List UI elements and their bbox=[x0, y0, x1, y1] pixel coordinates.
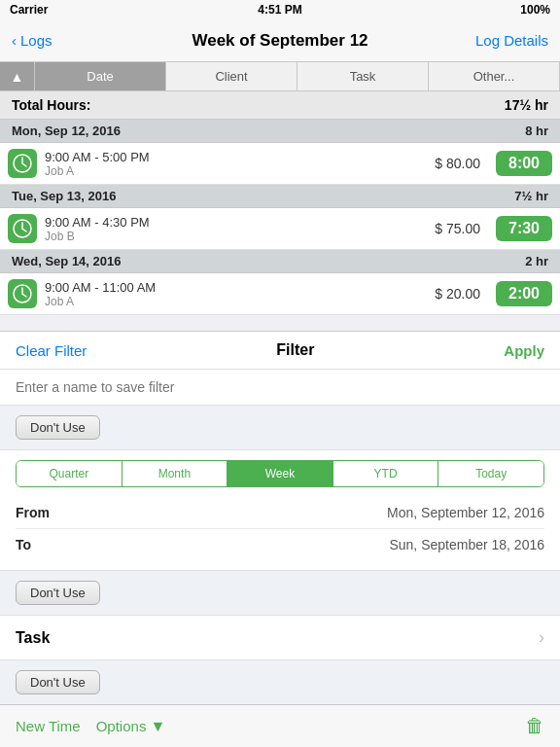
tab-date[interactable]: Date bbox=[35, 62, 166, 90]
total-hours-row: Total Hours: 17½ hr bbox=[0, 91, 560, 120]
day-header: Tue, Sep 13, 20167½ hr bbox=[0, 185, 560, 208]
log-duration: 2:00 bbox=[496, 281, 552, 306]
from-label: From bbox=[16, 505, 50, 520]
to-date-row: To Sun, September 18, 2016 bbox=[16, 529, 544, 560]
new-time-button[interactable]: New Time bbox=[16, 718, 81, 734]
log-details-button[interactable]: Log Details bbox=[475, 32, 548, 49]
filter-panel: Clear Filter Filter Apply Don't Use Quar… bbox=[0, 331, 560, 743]
filter-header: Clear Filter Filter Apply bbox=[0, 332, 560, 370]
back-label: Logs bbox=[20, 32, 52, 49]
log-row[interactable]: 9:00 AM - 5:00 PM Job A $ 80.00 8:00 bbox=[0, 143, 560, 185]
status-bar: Carrier 4:51 PM 100% bbox=[0, 0, 560, 19]
options-button[interactable]: Options bbox=[96, 718, 147, 734]
trash-icon[interactable]: 🗑 bbox=[525, 715, 544, 737]
nav-title: Week of September 12 bbox=[192, 31, 368, 51]
dont-use-3-button[interactable]: Don't Use bbox=[16, 670, 100, 694]
period-button-week[interactable]: Week bbox=[228, 461, 333, 486]
tab-task[interactable]: Task bbox=[298, 62, 429, 90]
task-chevron-icon: › bbox=[539, 627, 544, 648]
log-list: Mon, Sep 12, 20168 hr 9:00 AM - 5:00 PM … bbox=[0, 120, 560, 315]
log-time: 9:00 AM - 4:30 PM bbox=[45, 215, 427, 230]
total-hours-value: 17½ hr bbox=[505, 97, 548, 113]
tab-client[interactable]: Client bbox=[166, 62, 298, 90]
log-job: Job A bbox=[45, 164, 427, 178]
period-button-today[interactable]: Today bbox=[438, 461, 543, 486]
log-clock-icon bbox=[8, 279, 37, 308]
log-info: 9:00 AM - 11:00 AM Job A bbox=[45, 280, 427, 308]
spacer bbox=[0, 315, 560, 331]
apply-filter-button[interactable]: Apply bbox=[504, 342, 544, 359]
bottom-toolbar: New Time Options ▼ 🗑 bbox=[0, 704, 560, 747]
log-time: 9:00 AM - 11:00 AM bbox=[45, 280, 427, 295]
task-section[interactable]: Task › bbox=[0, 616, 560, 660]
tab-arrow-button[interactable]: ▲ bbox=[0, 62, 35, 90]
log-job: Job A bbox=[45, 295, 427, 308]
dont-use-1-button[interactable]: Don't Use bbox=[16, 415, 100, 440]
period-button-ytd[interactable]: YTD bbox=[333, 461, 439, 486]
filter-dont-use-2-section: Don't Use bbox=[0, 571, 560, 616]
log-info: 9:00 AM - 5:00 PM Job A bbox=[45, 150, 427, 178]
dont-use-2-button[interactable]: Don't Use bbox=[16, 581, 100, 605]
log-amount: $ 80.00 bbox=[435, 156, 480, 171]
log-row[interactable]: 9:00 AM - 11:00 AM Job A $ 20.00 2:00 bbox=[0, 273, 560, 315]
period-selector-section: QuarterMonthWeekYTDToday From Mon, Septe… bbox=[0, 450, 560, 571]
filter-dont-use-3-section: Don't Use bbox=[0, 660, 560, 705]
tab-other[interactable]: Other... bbox=[429, 62, 560, 90]
time-label: 4:51 PM bbox=[258, 3, 301, 17]
period-button-quarter[interactable]: Quarter bbox=[17, 461, 122, 486]
log-clock-icon bbox=[8, 149, 37, 178]
task-label: Task bbox=[16, 629, 50, 647]
log-duration: 7:30 bbox=[496, 216, 552, 241]
period-button-month[interactable]: Month bbox=[122, 461, 228, 486]
battery-label: 100% bbox=[520, 3, 550, 17]
log-amount: $ 75.00 bbox=[435, 221, 480, 236]
log-amount: $ 20.00 bbox=[435, 286, 480, 302]
carrier-label: Carrier bbox=[10, 3, 48, 17]
day-header: Mon, Sep 12, 20168 hr bbox=[0, 120, 560, 143]
tab-row: ▲ Date Client Task Other... bbox=[0, 62, 560, 91]
back-button[interactable]: ‹ Logs bbox=[12, 32, 52, 49]
back-chevron-icon: ‹ bbox=[12, 32, 17, 49]
clear-filter-button[interactable]: Clear Filter bbox=[16, 342, 87, 359]
nav-bar: ‹ Logs Week of September 12 Log Details bbox=[0, 19, 560, 62]
log-duration: 8:00 bbox=[496, 151, 552, 176]
to-label: To bbox=[16, 537, 31, 552]
to-date-value: Sun, September 18, 2016 bbox=[389, 537, 544, 552]
filter-icon[interactable]: ▼ bbox=[150, 718, 165, 735]
from-date-row: From Mon, September 12, 2016 bbox=[16, 497, 544, 529]
log-clock-icon bbox=[8, 214, 37, 243]
period-buttons-group: QuarterMonthWeekYTDToday bbox=[16, 460, 544, 487]
log-row[interactable]: 9:00 AM - 4:30 PM Job B $ 75.00 7:30 bbox=[0, 208, 560, 250]
filter-dont-use-1-section: Don't Use bbox=[0, 406, 560, 450]
filter-name-section bbox=[0, 370, 560, 406]
from-date-value: Mon, September 12, 2016 bbox=[387, 505, 544, 520]
day-header: Wed, Sep 14, 20162 hr bbox=[0, 250, 560, 273]
filter-title: Filter bbox=[276, 341, 314, 359]
log-job: Job B bbox=[45, 230, 427, 243]
log-info: 9:00 AM - 4:30 PM Job B bbox=[45, 215, 427, 243]
log-time: 9:00 AM - 5:00 PM bbox=[45, 150, 427, 164]
up-arrow-icon: ▲ bbox=[11, 69, 24, 85]
total-hours-label: Total Hours: bbox=[12, 97, 90, 113]
filter-name-input[interactable] bbox=[16, 379, 544, 395]
